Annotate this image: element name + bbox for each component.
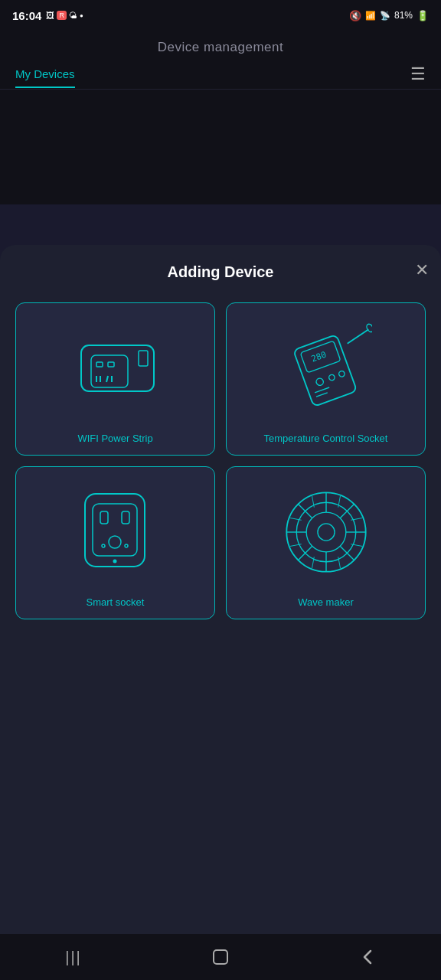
svg-point-24 <box>102 544 105 547</box>
wifi-power-strip-icon <box>70 318 162 418</box>
status-bar: 16:04 🖼 R 🌤 ● 🔇 📶 📡 81% 🔋 <box>0 0 441 31</box>
smart-socket-icon <box>70 482 162 582</box>
svg-point-26 <box>113 559 116 563</box>
status-icons-right: 🔇 📶 📡 81% 🔋 <box>349 10 429 21</box>
tab-my-devices[interactable]: My Devices <box>15 67 75 88</box>
notification-icons: 🖼 R 🌤 ● <box>46 11 83 20</box>
wave-maker-icon <box>280 482 372 582</box>
svg-rect-1 <box>139 351 148 366</box>
svg-text:280: 280 <box>309 349 327 364</box>
app-header: Device management <box>0 31 441 61</box>
status-time: 16:04 <box>12 9 41 22</box>
svg-rect-3 <box>96 362 103 367</box>
svg-line-36 <box>340 546 354 560</box>
smart-socket-label: Smart socket <box>87 596 145 608</box>
mute-icon: 🔇 <box>349 10 361 21</box>
tab-bar: My Devices ☰ <box>0 61 441 90</box>
svg-rect-21 <box>100 511 108 524</box>
modal-close-button[interactable]: ✕ <box>415 262 429 279</box>
svg-rect-47 <box>214 950 227 964</box>
device-card-smart-socket[interactable]: Smart socket <box>15 466 215 619</box>
svg-point-12 <box>315 377 324 386</box>
svg-rect-9 <box>293 334 357 406</box>
svg-rect-22 <box>122 511 129 524</box>
battery-text: 81% <box>394 10 413 21</box>
home-button[interactable] <box>198 942 243 972</box>
wave-maker-label: Wave maker <box>298 596 353 608</box>
svg-rect-0 <box>81 345 154 391</box>
wifi-power-strip-label: WIFI Power Strip <box>77 433 152 444</box>
svg-point-13 <box>328 374 335 381</box>
wifi-icon: 📶 <box>365 11 376 21</box>
device-card-temperature-control-socket[interactable]: 280 Temperature Control Socket <box>226 302 426 456</box>
svg-rect-4 <box>108 362 114 367</box>
svg-line-15 <box>315 387 329 392</box>
modal-title: Adding Device <box>168 263 274 281</box>
dot-icon: ● <box>80 12 83 19</box>
modal-header: Adding Device ✕ <box>12 263 429 281</box>
nav-bar: ||| <box>0 934 441 980</box>
app-icon-orange: R <box>57 11 67 20</box>
temperature-control-socket-label: Temperature Control Socket <box>264 433 388 444</box>
recent-apps-button[interactable]: ||| <box>51 942 96 972</box>
svg-line-7 <box>106 376 108 382</box>
signal-icon: 📡 <box>380 11 390 21</box>
svg-point-30 <box>317 523 334 540</box>
app-title: Device management <box>158 40 283 54</box>
home-icon <box>210 946 231 968</box>
svg-point-14 <box>338 370 345 377</box>
svg-line-38 <box>298 546 312 560</box>
svg-rect-2 <box>91 355 128 387</box>
temperature-control-socket-icon-area: 280 <box>234 315 417 420</box>
wave-maker-icon-area <box>234 479 417 584</box>
battery-icon: 🔋 <box>416 10 429 21</box>
svg-point-29 <box>306 512 346 552</box>
wifi-power-strip-icon-area <box>24 315 207 420</box>
dark-bg-area <box>0 90 441 204</box>
svg-line-37 <box>340 504 354 518</box>
temperature-control-socket-icon: 280 <box>280 318 372 418</box>
weather-icon: 🌤 <box>69 11 77 20</box>
device-grid: WIFI Power Strip 280 <box>12 302 429 619</box>
back-icon <box>357 946 378 968</box>
svg-line-16 <box>315 392 327 396</box>
device-card-wifi-power-strip[interactable]: WIFI Power Strip <box>15 302 215 456</box>
photo-icon: 🖼 <box>46 11 54 20</box>
svg-line-35 <box>298 504 312 518</box>
svg-point-25 <box>125 544 128 547</box>
adding-device-modal: Adding Device ✕ <box>0 245 441 934</box>
hamburger-icon[interactable]: ☰ <box>410 66 426 89</box>
svg-line-17 <box>347 329 368 343</box>
device-card-wave-maker[interactable]: Wave maker <box>226 466 426 619</box>
svg-point-23 <box>109 536 121 548</box>
smart-socket-icon-area <box>24 479 207 584</box>
back-button[interactable] <box>345 942 390 972</box>
